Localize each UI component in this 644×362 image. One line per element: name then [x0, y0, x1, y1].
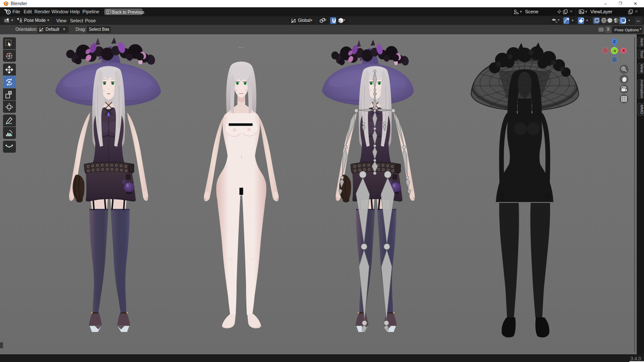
svg-text:X: X — [622, 48, 625, 53]
svg-text:Z: Z — [613, 39, 616, 44]
svg-text:-Y: -Y — [613, 49, 617, 53]
